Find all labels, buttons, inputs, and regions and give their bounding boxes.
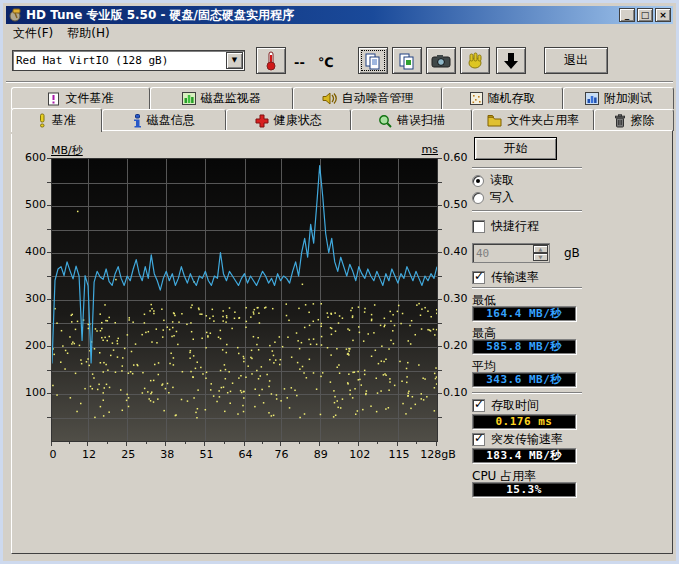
right-axis-title: ms: [416, 143, 438, 156]
left-axis-tick: [47, 417, 51, 418]
tab-row-bottom: 基准 磁盘信息 健康状态 错误扫描 文件夹占用率 擦除: [11, 109, 674, 131]
copy-text-button[interactable]: [358, 47, 388, 74]
tab-benchmark[interactable]: 基准: [11, 108, 102, 132]
left-axis-tick-label: 300: [16, 292, 46, 305]
avg-label: 平均: [472, 358, 590, 371]
right-axis-tick: [438, 370, 442, 371]
left-axis-tick-label: 200: [16, 339, 46, 352]
short-stroke-option[interactable]: 快捷行程: [472, 219, 590, 234]
menu-help[interactable]: 帮助(H): [60, 23, 116, 44]
tab-label: 文件夹占用率: [507, 112, 579, 129]
tab-extra-tests[interactable]: 附加测试: [563, 87, 674, 109]
right-axis-tick: [438, 346, 442, 347]
x-axis-tick: [436, 442, 437, 446]
left-axis-tick-label: 400: [16, 245, 46, 258]
x-axis-tick-label: 51: [184, 448, 228, 461]
tab-erase[interactable]: 擦除: [594, 109, 674, 131]
right-axis-tick: [438, 299, 442, 300]
left-axis-tick: [47, 299, 51, 300]
health-cross-icon: [255, 114, 269, 128]
right-axis-tick-label: 0.60: [443, 151, 468, 164]
temperature-button[interactable]: [256, 47, 286, 74]
cpu-usage-label: CPU 占用率: [472, 468, 590, 481]
drive-select[interactable]: Red Hat VirtIO (128 gB) ▼: [12, 50, 245, 71]
random-access-icon: [470, 92, 483, 105]
burst-rate-checkbox[interactable]: [472, 433, 485, 446]
left-axis-tick: [47, 158, 51, 159]
exit-button[interactable]: 退出: [544, 47, 608, 74]
read-radio[interactable]: [472, 175, 484, 187]
menu-bar: 文件(F) 帮助(H): [6, 24, 673, 43]
thermometer-icon: [264, 51, 278, 71]
left-axis-tick: [47, 393, 51, 394]
access-time-option[interactable]: 存取时间: [472, 398, 590, 413]
window-title: HD Tune 专业版 5.50 - 硬盘/固态硬盘实用程序: [26, 7, 619, 24]
x-axis-minor-tick: [69, 442, 70, 444]
spin-down-icon[interactable]: ▼: [533, 253, 548, 261]
x-axis-tick: [87, 442, 88, 446]
short-stroke-spinbox[interactable]: 40 ▲ ▼: [472, 243, 550, 263]
access-time-checkbox[interactable]: [472, 399, 485, 412]
x-axis-tick-label: 76: [260, 448, 304, 461]
chevron-down-icon[interactable]: ▼: [226, 52, 243, 69]
right-axis-tick: [438, 229, 442, 230]
minimize-button[interactable]: _: [619, 8, 635, 22]
spin-up-icon[interactable]: ▲: [533, 245, 548, 253]
tab-folder-usage[interactable]: 文件夹占用率: [472, 109, 594, 131]
options-button[interactable]: [460, 47, 490, 74]
screenshot-button[interactable]: [426, 47, 456, 74]
x-axis-tick-label: 89: [299, 448, 343, 461]
x-axis-tick: [51, 442, 52, 446]
short-stroke-unit: gB: [564, 246, 580, 260]
left-axis-tick: [47, 346, 51, 347]
short-stroke-checkbox[interactable]: [472, 220, 485, 233]
tab-health[interactable]: 健康状态: [226, 109, 351, 131]
tab-disk-info[interactable]: 磁盘信息: [102, 109, 226, 131]
transfer-rate-option[interactable]: 传输速率: [472, 270, 590, 285]
read-mode-option[interactable]: 读取: [472, 173, 590, 188]
tab-random-access[interactable]: 随机存取: [442, 87, 562, 109]
burst-rate-option[interactable]: 突发传输速率: [472, 432, 590, 447]
left-axis-tick: [47, 182, 51, 183]
info-icon: [133, 114, 142, 128]
benchmark-icon: [37, 113, 47, 128]
right-axis-tick: [438, 393, 442, 394]
save-results-button[interactable]: [496, 47, 526, 74]
left-axis-tick-label: 100: [16, 386, 46, 399]
write-mode-option[interactable]: 写入: [472, 190, 590, 205]
extra-tests-icon: [585, 92, 599, 105]
separator: [472, 167, 582, 169]
x-axis-tick: [165, 442, 166, 446]
right-axis-tick: [438, 323, 442, 324]
tab-label: 基准: [52, 112, 76, 129]
tab-error-scan[interactable]: 错误扫描: [351, 109, 472, 131]
tab-aam[interactable]: 自动噪音管理: [293, 87, 443, 109]
short-stroke-size: 40 ▲ ▼ gB: [472, 243, 590, 263]
left-axis-tick: [47, 370, 51, 371]
benchmark-chart-canvas: [51, 158, 438, 442]
max-transfer-rate-display: 585.8 MB/秒: [472, 339, 576, 354]
disk-monitor-icon: [182, 92, 196, 105]
left-axis-title: MB/秒: [51, 143, 83, 158]
short-stroke-label: 快捷行程: [491, 218, 539, 235]
right-axis-tick-label: 0.50: [443, 198, 468, 211]
maximize-button[interactable]: □: [637, 8, 653, 22]
folder-icon: [487, 114, 502, 127]
menu-file[interactable]: 文件(F): [6, 23, 60, 44]
tab-file-benchmark[interactable]: 文件基准: [11, 87, 150, 109]
tab-label: 附加测试: [604, 90, 652, 107]
transfer-rate-checkbox[interactable]: [472, 271, 485, 284]
tab-row-top: 文件基准 磁盘监视器 自动噪音管理 随机存取 附加测试: [11, 87, 674, 109]
write-radio-label: 写入: [490, 189, 514, 206]
tab-label: 错误扫描: [397, 112, 445, 129]
copy-image-button[interactable]: [392, 47, 422, 74]
write-radio[interactable]: [472, 192, 484, 204]
left-axis-tick: [47, 229, 51, 230]
x-axis-tick-label: 38: [145, 448, 189, 461]
tab-disk-monitor[interactable]: 磁盘监视器: [150, 87, 293, 109]
left-axis-tick-label: 600: [16, 151, 46, 164]
start-button[interactable]: 开始: [474, 137, 557, 160]
left-axis-tick: [47, 252, 51, 253]
burst-rate-display: 183.4 MB/秒: [472, 448, 576, 463]
close-button[interactable]: ×: [655, 8, 671, 22]
